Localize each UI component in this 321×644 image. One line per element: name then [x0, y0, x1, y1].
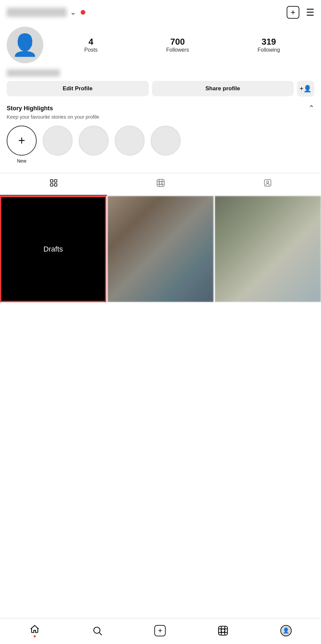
- post-image-3: [215, 196, 321, 302]
- nav-search[interactable]: [92, 625, 103, 636]
- posts-stat[interactable]: 4 Posts: [84, 37, 98, 53]
- add-user-button[interactable]: +👤: [297, 81, 314, 97]
- reels-icon: [156, 179, 165, 190]
- avatar[interactable]: 👤: [7, 27, 43, 63]
- post-2[interactable]: [107, 196, 214, 302]
- highlight-circle-4[interactable]: [151, 126, 181, 156]
- header-right: + ☰: [287, 6, 314, 19]
- svg-point-11: [266, 181, 269, 184]
- action-buttons: Edit Profile Share profile +👤: [0, 79, 321, 102]
- username-blurred: [7, 8, 67, 17]
- svg-point-5: [159, 182, 162, 185]
- bottom-nav: + 👤: [0, 618, 321, 644]
- edit-profile-button[interactable]: Edit Profile: [7, 81, 149, 96]
- tab-tagged[interactable]: [214, 173, 321, 196]
- chevron-down-icon[interactable]: ⌄: [70, 8, 76, 17]
- posts-label: Posts: [84, 47, 98, 53]
- followers-label: Followers: [166, 47, 189, 53]
- highlights-subtitle: Keep your favourite stories on your prof…: [7, 114, 314, 120]
- nav-add-icon: +: [154, 625, 166, 636]
- highlight-circle-3[interactable]: [115, 126, 145, 156]
- highlight-1[interactable]: [43, 126, 73, 164]
- home-icon: [29, 624, 40, 634]
- menu-icon[interactable]: ☰: [306, 7, 314, 18]
- bottom-spacer: [0, 302, 321, 335]
- profile-section: 👤 4 Posts 700 Followers 319 Following: [0, 22, 321, 67]
- tab-grid[interactable]: [0, 173, 107, 196]
- svg-point-12: [94, 627, 100, 633]
- highlights-circles: + New: [7, 126, 314, 170]
- svg-rect-1: [54, 180, 57, 182]
- new-highlight-button[interactable]: +: [7, 126, 37, 156]
- following-count: 319: [262, 37, 276, 47]
- highlights-title: Story Highlights: [7, 105, 53, 112]
- posts-count: 4: [89, 37, 93, 47]
- followers-count: 700: [170, 37, 185, 47]
- add-user-icon: +👤: [300, 85, 312, 93]
- header: ⌄ + ☰: [0, 0, 321, 22]
- svg-point-15: [221, 629, 225, 632]
- add-icon: +: [291, 8, 295, 17]
- home-active-dot: [34, 635, 36, 637]
- highlights-collapse-icon[interactable]: ⌃: [308, 104, 314, 113]
- header-left: ⌄: [7, 8, 85, 17]
- avatar-container: 👤: [7, 27, 43, 63]
- svg-rect-10: [264, 180, 271, 186]
- nav-home[interactable]: [29, 624, 40, 637]
- post-3[interactable]: [215, 196, 321, 302]
- reels-nav-icon: [218, 625, 228, 636]
- highlight-3[interactable]: [115, 126, 145, 164]
- display-name-blurred: [7, 69, 60, 77]
- tab-reels[interactable]: [107, 173, 214, 196]
- drafts-post[interactable]: Drafts: [0, 196, 106, 302]
- highlight-circle-1[interactable]: [43, 126, 73, 156]
- highlight-new[interactable]: + New: [7, 126, 37, 164]
- nav-avatar-icon: 👤: [283, 627, 289, 634]
- content-tab-bar: [0, 173, 321, 196]
- following-label: Following: [258, 47, 280, 53]
- svg-rect-2: [50, 184, 53, 186]
- drafts-label: Drafts: [43, 245, 63, 254]
- svg-rect-0: [50, 180, 53, 182]
- nav-add[interactable]: +: [154, 625, 166, 636]
- new-highlight-label: New: [17, 158, 26, 164]
- post-image-2: [107, 196, 214, 302]
- notification-dot: [81, 10, 85, 15]
- stats-row: 4 Posts 700 Followers 319 Following: [50, 37, 314, 53]
- share-profile-button[interactable]: Share profile: [152, 81, 294, 96]
- plus-icon: +: [18, 134, 25, 148]
- followers-stat[interactable]: 700 Followers: [166, 37, 189, 53]
- search-icon: [92, 625, 103, 636]
- tagged-icon: [263, 179, 272, 190]
- posts-grid: Drafts: [0, 196, 321, 302]
- svg-rect-14: [219, 626, 228, 635]
- following-stat[interactable]: 319 Following: [258, 37, 280, 53]
- add-post-button[interactable]: +: [287, 6, 299, 19]
- svg-rect-3: [54, 184, 57, 186]
- highlight-2[interactable]: [79, 126, 109, 164]
- nav-profile[interactable]: 👤: [280, 625, 292, 636]
- highlight-4[interactable]: [151, 126, 181, 164]
- svg-rect-4: [157, 179, 164, 187]
- avatar-icon: 👤: [12, 33, 38, 58]
- highlights-section: Story Highlights ⌃ Keep your favourite s…: [0, 102, 321, 170]
- grid-icon: [49, 179, 58, 190]
- svg-line-13: [99, 633, 102, 635]
- nav-profile-avatar: 👤: [280, 625, 292, 636]
- highlights-header: Story Highlights ⌃: [7, 104, 314, 113]
- highlight-circle-2[interactable]: [79, 126, 109, 156]
- nav-reels[interactable]: [218, 625, 228, 636]
